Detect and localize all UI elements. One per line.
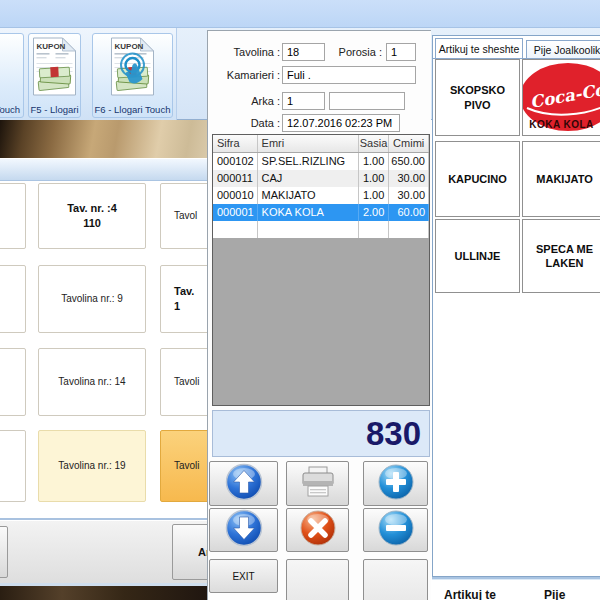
increase-quantity-button[interactable] [363,461,428,506]
f9-incizo-button[interactable]: F9 - Incizo [363,559,428,600]
toolbar-button-label: Touch [0,104,23,115]
kupon-receipt-money-icon: KUPON [32,37,77,101]
product-button-speca-me-laken[interactable]: SPECA ME LAKEN [522,219,600,293]
toolbar-button-f6-llogari-touch[interactable]: KUPON F6 - Llogari Touch [92,33,173,118]
order-total-display: 830 [212,410,430,457]
table-button-tavolina-19[interactable]: Tavolina nr.: 19 [38,430,146,502]
product-button-ullinje[interactable]: ULLINJE [435,219,520,293]
tab-pije-joalkoolike[interactable]: Pije Joalkoolike [526,40,600,58]
bottom-bar-button-anulo-partial[interactable]: An [172,524,207,580]
table-button-partial[interactable] [0,430,26,502]
decrease-quantity-button[interactable] [363,508,428,552]
data-label: Data : [208,115,280,132]
move-down-button[interactable] [209,508,278,552]
order-items-grid: Sifra Emri Sasia Cmimi 000102 SP.SEL.RIZ… [212,134,430,406]
porosia-field[interactable]: 1 [386,43,416,61]
grid-row[interactable]: 000102 SP.SEL.RIZLING 1.00 650.00 [213,153,429,170]
arrow-down-icon [225,509,263,551]
table-button-tav-4[interactable]: Tav. nr. :4 110 [38,183,146,249]
kamarieri-field[interactable]: Fuli . [282,66,416,84]
desktop-background-strip [0,583,207,600]
f11-storno-button[interactable]: F11 - Storno [286,559,349,600]
kupon-receipt-touch-icon: KUPON [110,37,155,101]
bottom-bar-button-partial[interactable] [0,526,8,578]
delete-item-button[interactable] [286,508,349,552]
order-panel: Tavolina : 18 Porosia : 1 Kamarieri : Fu… [207,30,431,600]
grid-row[interactable]: 000010 MAKIJATO 1.00 30.00 [213,187,429,204]
arka-label: Arka : [208,93,280,110]
porosia-label: Porosia : [330,44,382,61]
tables-panel: Tav. nr. :4 110 Tavol Tavolina nr.: 9 Ta… [0,181,207,518]
toolbar-button-f5-llogari[interactable]: KUPON F5 - Llogari [28,33,81,118]
table-button-partial[interactable] [0,183,26,249]
tab-artikuj-te-sheshte[interactable]: Artikuj te sheshte [435,38,523,58]
bottom-right-clipped-strip: Artikuj te Pije [432,577,600,600]
catalog-panel: Artikuj te sheshte Pije Joalkoolike SKOP… [432,35,600,577]
clipped-caption-right: Pije [544,588,565,600]
tables-window-header-band [0,158,207,181]
table-button-partial[interactable] [0,265,26,333]
ribbon-top-band [0,0,600,28]
table-button-cut-right[interactable]: Tav. 1 [160,265,207,333]
printer-icon [299,465,337,503]
table-button-cut-right[interactable]: Tavol [160,183,207,249]
toolbar-button-label: F6 - Llogari Touch [93,104,172,115]
left-bottom-bar: An [0,518,207,583]
tavolina-label: Tavolina : [208,44,280,61]
arka-field-2[interactable] [329,92,405,110]
grid-row-selected[interactable]: 000001 KOKA KOLA 2.00 60.00 [213,204,429,221]
data-field[interactable]: 12.07.2016 02:23 PM [282,114,400,132]
background-photo-band [0,120,207,158]
product-button-skopsko-pivo[interactable]: SKOPSKO PIVO [435,59,520,136]
grid-header: Sifra Emri Sasia Cmimi [213,135,429,153]
table-button-partial[interactable] [0,348,26,416]
exit-button[interactable]: EXIT [209,559,278,593]
grid-row-empty[interactable] [213,221,429,238]
table-button-tavolina-14[interactable]: Tavolina nr.: 14 [38,348,146,416]
grid-row[interactable]: 000011 CAJ 1.00 30.00 [213,170,429,187]
print-button[interactable] [286,461,349,506]
tavolina-field[interactable]: 18 [282,43,325,61]
product-button-kapucino[interactable]: KAPUCINO [435,141,520,217]
product-button-makijato[interactable]: MAKIJATO [522,141,600,217]
minus-icon [377,509,415,551]
move-up-button[interactable] [209,461,278,506]
red-x-icon [299,509,337,551]
table-button-cut-right-active[interactable]: Tavoli [160,430,207,502]
table-button-cut-right[interactable]: Tavoli [160,348,207,416]
clipped-caption-left: Artikuj te [444,588,496,600]
plus-icon [377,463,415,505]
table-button-tavolina-9[interactable]: Tavolina nr.: 9 [38,265,146,333]
product-label: KOKA KOLA [523,118,600,131]
svg-text:KUPON: KUPON [36,42,65,51]
product-button-koka-kola[interactable]: Coca-Cola KOKA KOLA [522,59,600,136]
svg-text:KUPON: KUPON [114,42,143,51]
arrow-up-icon [225,463,263,505]
arka-field[interactable]: 1 [282,92,325,110]
toolbar-button-label: F5 - Llogari [29,104,80,115]
kamarieri-label: Kamarieri : [208,67,280,84]
toolbar-button-partial-touch[interactable]: Touch [0,33,24,118]
